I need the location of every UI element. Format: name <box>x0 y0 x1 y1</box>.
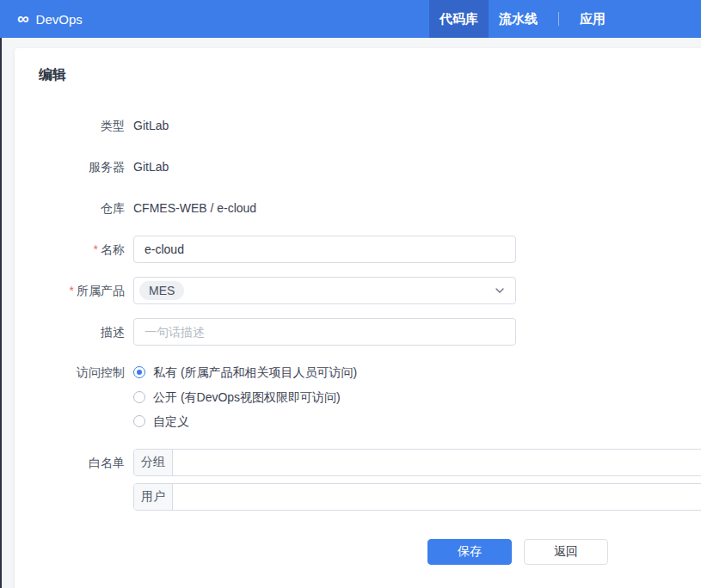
tab-pipeline-label: 流水线 <box>499 11 538 28</box>
radio-custom[interactable]: 自定义 <box>133 413 357 430</box>
product-selected-tag: MES <box>139 281 184 300</box>
main-area: 编辑 类型 GitLab 服务器 GitLab 仓库 CFMES-WEB / e… <box>0 38 701 588</box>
product-label: *所属产品 <box>15 282 133 299</box>
description-label: 描述 <box>15 323 133 340</box>
page-title: 编辑 <box>39 65 701 84</box>
radio-private-label: 私有 (所属产品和相关项目人员可访问) <box>153 364 357 381</box>
type-label: 类型 <box>15 117 133 134</box>
row-access-control: 访问控制 私有 (所属产品和相关项目人员可访问) 公开 (有DevOps视图权限… <box>15 364 701 430</box>
infinity-icon: ∞ <box>17 10 29 27</box>
back-button[interactable]: 返回 <box>524 539 608 565</box>
type-value: GitLab <box>133 117 169 134</box>
whitelist-inputs: 分组 用户 <box>133 449 701 511</box>
row-name: *名称 <box>15 236 701 263</box>
whitelist-label: 白名单 <box>15 449 133 476</box>
row-type: 类型 GitLab <box>15 117 701 134</box>
repository-value: CFMES-WEB / e-cloud <box>133 199 256 217</box>
whitelist-group-field: 分组 <box>133 449 701 476</box>
whitelist-user-input[interactable] <box>173 484 701 510</box>
radio-custom-label: 自定义 <box>153 413 189 430</box>
edit-form-card: 编辑 类型 GitLab 服务器 GitLab 仓库 CFMES-WEB / e… <box>15 48 701 588</box>
save-button[interactable]: 保存 <box>427 539 512 565</box>
form-actions: 保存 返回 <box>427 539 701 565</box>
nav-divider <box>558 12 559 26</box>
name-input[interactable] <box>133 236 516 263</box>
chevron-down-icon <box>495 285 505 296</box>
description-input[interactable] <box>133 318 516 346</box>
brand: ∞ DevOps <box>0 0 83 38</box>
name-label: *名称 <box>15 241 133 258</box>
required-asterisk: * <box>94 242 98 256</box>
product-label-text: 所属产品 <box>77 284 125 297</box>
whitelist-group-prefix: 分组 <box>134 450 173 475</box>
server-value: GitLab <box>133 158 169 175</box>
row-product: *所属产品 MES <box>15 277 701 304</box>
tab-pipeline[interactable]: 流水线 <box>489 0 548 38</box>
repository-label: 仓库 <box>15 199 133 217</box>
whitelist-user-field: 用户 <box>133 483 701 511</box>
tab-application-label: 应用 <box>580 11 606 28</box>
radio-button-icon <box>133 391 145 403</box>
name-label-text: 名称 <box>101 242 125 256</box>
row-whitelist: 白名单 分组 用户 <box>15 449 701 511</box>
radio-button-icon <box>133 366 145 378</box>
tab-code-repo[interactable]: 代码库 <box>429 0 489 38</box>
whitelist-group-input[interactable] <box>173 450 701 475</box>
row-repository: 仓库 CFMES-WEB / e-cloud <box>15 199 701 217</box>
row-description: 描述 <box>15 318 701 346</box>
top-nav-tabs: 代码库 流水线 应用 <box>429 0 616 38</box>
access-control-label: 访问控制 <box>15 364 133 381</box>
product-select[interactable]: MES <box>133 277 516 304</box>
whitelist-user-prefix: 用户 <box>134 484 173 510</box>
server-label: 服务器 <box>15 158 133 175</box>
top-navbar: ∞ DevOps 代码库 流水线 应用 <box>0 0 701 38</box>
required-asterisk: * <box>70 284 74 297</box>
brand-label: DevOps <box>36 12 83 27</box>
radio-private[interactable]: 私有 (所属产品和相关项目人员可访问) <box>133 364 357 381</box>
edit-form: 类型 GitLab 服务器 GitLab 仓库 CFMES-WEB / e-cl… <box>15 117 701 565</box>
row-server: 服务器 GitLab <box>15 158 701 175</box>
radio-public[interactable]: 公开 (有DevOps视图权限即可访问) <box>133 389 357 406</box>
radio-button-icon <box>133 415 145 427</box>
tab-application[interactable]: 应用 <box>569 0 616 38</box>
tab-code-repo-label: 代码库 <box>440 11 478 28</box>
radio-public-label: 公开 (有DevOps视图权限即可访问) <box>153 389 341 406</box>
access-control-options: 私有 (所属产品和相关项目人员可访问) 公开 (有DevOps视图权限即可访问)… <box>133 364 357 430</box>
left-edge-strip <box>0 38 2 588</box>
